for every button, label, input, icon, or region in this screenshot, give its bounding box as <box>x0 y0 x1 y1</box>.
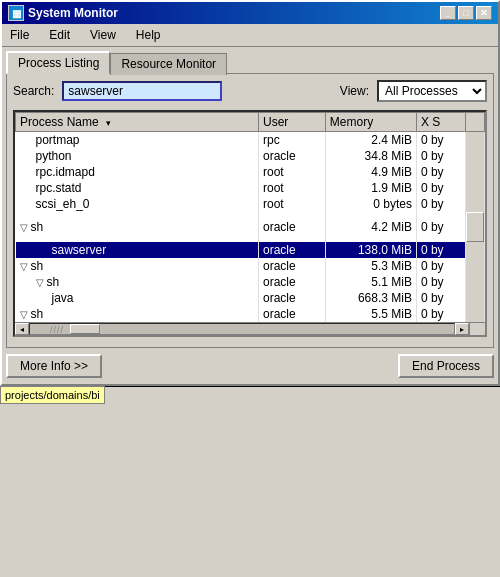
process-user-cell: root <box>259 164 326 180</box>
process-name-text: sh <box>47 275 60 289</box>
process-name-cell: sawserver <box>16 242 259 258</box>
title-bar-controls: _ □ ✕ <box>440 6 492 20</box>
minimize-button[interactable]: _ <box>440 6 456 20</box>
process-user-cell: oracle <box>259 212 326 242</box>
process-xs-cell: 0 by <box>416 132 465 149</box>
process-name-cell: ▽sh <box>16 274 259 290</box>
title-bar: ▦ System Monitor _ □ ✕ <box>2 2 498 24</box>
window-title: System Monitor <box>28 6 118 20</box>
status-text: projects/domains/bi <box>5 389 100 401</box>
process-name-text: sh <box>31 220 44 234</box>
col-header-memory[interactable]: Memory <box>325 113 416 132</box>
more-info-button[interactable]: More Info >> <box>6 354 102 378</box>
table-row[interactable]: pythonoracle34.8 MiB0 by <box>16 148 485 164</box>
process-user-cell: oracle <box>259 242 326 258</box>
menu-view[interactable]: View <box>86 26 120 44</box>
col-header-user[interactable]: User <box>259 113 326 132</box>
menu-file[interactable]: File <box>6 26 33 44</box>
process-memory-cell: 1.9 MiB <box>325 180 416 196</box>
process-xs-cell: 0 by <box>416 242 465 258</box>
scrollbar-corner <box>469 323 485 335</box>
status-bar: projects/domains/bi <box>0 386 105 404</box>
process-memory-cell: 5.5 MiB <box>325 306 416 322</box>
table-row[interactable]: ▽shoracle5.1 MiB0 by <box>16 274 485 290</box>
table-header-row: Process Name ▾ User Memory X S <box>16 113 485 132</box>
view-select[interactable]: All Processes Active Processes My Proces… <box>377 80 487 102</box>
scroll-col-cell <box>465 242 484 258</box>
process-xs-cell: 0 by <box>416 290 465 306</box>
tab-resource-monitor[interactable]: Resource Monitor <box>110 53 227 75</box>
scroll-col-cell <box>465 306 484 322</box>
table-row[interactable]: javaoracle668.3 MiB0 by <box>16 290 485 306</box>
process-name-text: python <box>36 149 72 163</box>
process-xs-cell: 0 by <box>416 306 465 322</box>
process-name-cell: python <box>16 148 259 164</box>
search-label: Search: <box>13 84 54 98</box>
search-input[interactable] <box>62 81 222 101</box>
search-row: Search: View: All Processes Active Proce… <box>13 80 487 102</box>
process-name-cell: ▽sh <box>16 258 259 274</box>
horizontal-scrollbar: ◂ //// ▸ <box>15 322 485 335</box>
process-name-cell: portmap <box>16 132 259 149</box>
scroll-right-button[interactable]: ▸ <box>455 323 469 335</box>
expand-arrow-icon[interactable]: ▽ <box>20 222 28 233</box>
process-name-text: portmap <box>36 133 80 147</box>
view-label: View: <box>340 84 369 98</box>
process-name-text: rpc.idmapd <box>36 165 95 179</box>
process-user-cell: oracle <box>259 290 326 306</box>
table-row[interactable]: sawserveroracle138.0 MiB0 by <box>16 242 485 258</box>
expand-arrow-icon[interactable]: ▽ <box>20 261 28 272</box>
menu-edit[interactable]: Edit <box>45 26 74 44</box>
process-name-text: sh <box>31 259 44 273</box>
process-memory-cell: 668.3 MiB <box>325 290 416 306</box>
process-name-text: scsi_eh_0 <box>36 197 90 211</box>
table-row[interactable]: ▽shoracle4.2 MiB0 by <box>16 212 485 242</box>
process-name-text: sawserver <box>52 243 107 257</box>
process-user-cell: root <box>259 196 326 212</box>
end-process-button[interactable]: End Process <box>398 354 494 378</box>
process-user-cell: oracle <box>259 274 326 290</box>
maximize-button[interactable]: □ <box>458 6 474 20</box>
process-xs-cell: 0 by <box>416 164 465 180</box>
col-header-scrollbar <box>465 113 484 132</box>
table-row[interactable]: scsi_eh_0root0 bytes0 by <box>16 196 485 212</box>
process-memory-cell: 138.0 MiB <box>325 242 416 258</box>
scroll-left-button[interactable]: ◂ <box>15 323 29 335</box>
process-user-cell: root <box>259 180 326 196</box>
process-memory-cell: 34.8 MiB <box>325 148 416 164</box>
content-area: Search: View: All Processes Active Proce… <box>6 73 494 348</box>
tab-process-listing[interactable]: Process Listing <box>6 51 110 74</box>
h-scrollbar-thumb[interactable] <box>70 324 100 334</box>
process-table: Process Name ▾ User Memory X S <box>15 112 485 322</box>
scroll-col-cell <box>465 132 484 149</box>
h-scrollbar-track[interactable]: //// <box>29 323 455 335</box>
process-xs-cell: 0 by <box>416 148 465 164</box>
process-name-cell: ▽sh <box>16 212 259 242</box>
table-row[interactable]: rpc.idmapdroot4.9 MiB0 by <box>16 164 485 180</box>
process-name-cell: scsi_eh_0 <box>16 196 259 212</box>
process-xs-cell: 0 by <box>416 196 465 212</box>
table-row[interactable]: ▽shoracle5.5 MiB0 by <box>16 306 485 322</box>
tabs-bar: Process Listing Resource Monitor <box>2 47 498 73</box>
process-name-cell: java <box>16 290 259 306</box>
process-table-wrapper: Process Name ▾ User Memory X S <box>13 110 487 337</box>
expand-arrow-icon[interactable]: ▽ <box>36 277 44 288</box>
expand-arrow-icon[interactable]: ▽ <box>20 309 28 320</box>
scroll-col-cell <box>465 164 484 180</box>
col-header-xs[interactable]: X S <box>416 113 465 132</box>
title-icon: ▦ <box>8 5 24 21</box>
process-memory-cell: 4.9 MiB <box>325 164 416 180</box>
menu-help[interactable]: Help <box>132 26 165 44</box>
close-button[interactable]: ✕ <box>476 6 492 20</box>
process-user-cell: oracle <box>259 148 326 164</box>
process-name-cell: rpc.statd <box>16 180 259 196</box>
scrollbar-texture: //// <box>50 325 64 335</box>
system-monitor-window: ▦ System Monitor _ □ ✕ File Edit View He… <box>0 0 500 386</box>
table-row[interactable]: ▽shoracle5.3 MiB0 by <box>16 258 485 274</box>
process-memory-cell: 5.3 MiB <box>325 258 416 274</box>
table-row[interactable]: portmaprpc2.4 MiB0 by <box>16 132 485 149</box>
menu-bar: File Edit View Help <box>2 24 498 47</box>
table-row[interactable]: rpc.statdroot1.9 MiB0 by <box>16 180 485 196</box>
scroll-col-cell <box>465 212 484 242</box>
col-header-process[interactable]: Process Name ▾ <box>16 113 259 132</box>
